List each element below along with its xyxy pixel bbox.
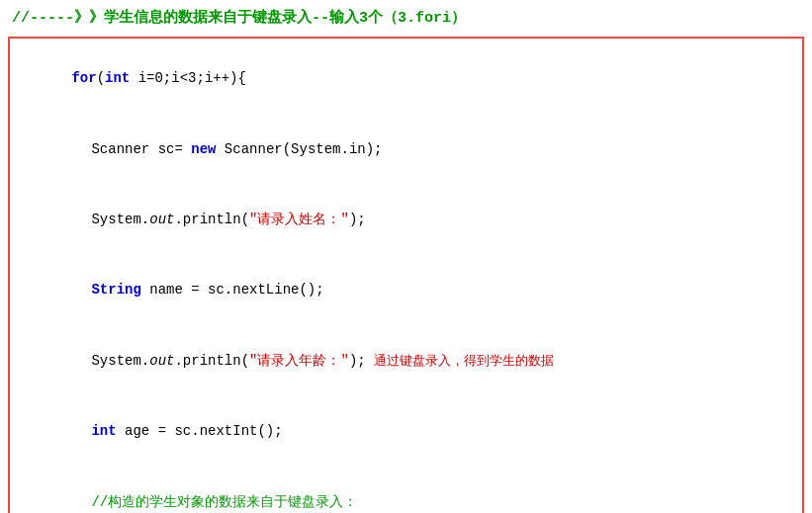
kw-new-1: new (191, 141, 216, 157)
kw-int-2: int (91, 423, 116, 439)
line-print-age: System.out.println("请录入年龄："); 通过键盘录入，得到学… (22, 326, 790, 396)
top-comment-area: //-----》》学生信息的数据来自于键盘录入--输入3个（3.fori） (0, 0, 812, 37)
kw-int-1: int (105, 70, 130, 86)
line-string-name: String name = sc.nextLine(); (22, 256, 790, 326)
page-container: //-----》》学生信息的数据来自于键盘录入--输入3个（3.fori） fo… (0, 0, 812, 513)
inline-comment-age: 通过键盘录入，得到学生的数据 (374, 353, 554, 368)
code-block-1: for(int i=0;i<3;i++){ Scanner sc= new Sc… (8, 37, 804, 514)
top-comment-text: //-----》》学生信息的数据来自于键盘录入--输入3个（3.fori） (12, 10, 466, 27)
line-scanner: Scanner sc= new Scanner(System.in); (22, 115, 790, 185)
line-int-age: int age = sc.nextInt(); (22, 396, 790, 467)
kw-string: String (91, 282, 140, 298)
line-comment-1: //构造的学生对象的数据来自于键盘录入： (22, 468, 790, 513)
line-print-name: System.out.println("请录入姓名："); (22, 185, 790, 255)
kw-for: for (71, 70, 96, 86)
line-for-loop: for(int i=0;i<3;i++){ (22, 44, 790, 115)
